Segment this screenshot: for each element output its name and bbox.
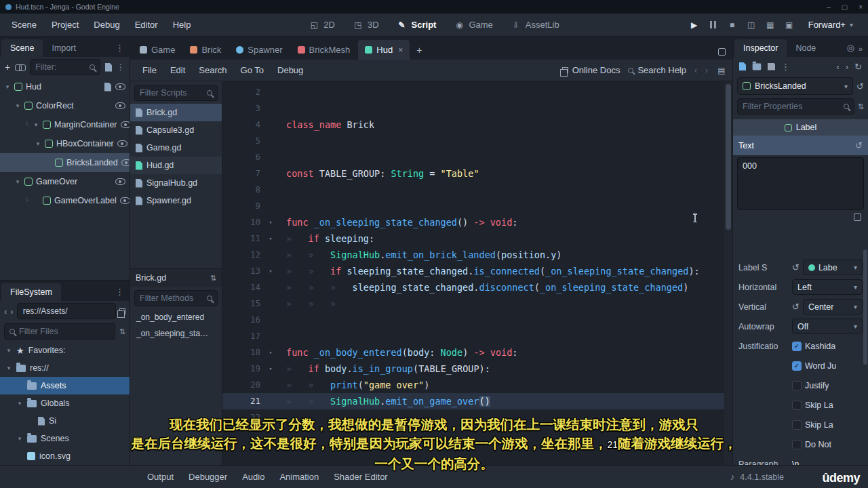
minimize-button[interactable]: –	[827, 3, 831, 11]
tree-arrow-icon[interactable]: ▾	[33, 121, 39, 128]
property-dropdown[interactable]: Center▾	[803, 299, 863, 314]
script-item-hud-gd[interactable]: Hud.gd	[130, 157, 222, 174]
script-item-game-gd[interactable]: Game.gd	[130, 139, 222, 157]
close-icon[interactable]: ×	[398, 45, 403, 55]
workspace-tab-3d[interactable]: ◳3D	[346, 17, 386, 33]
script-menu-edit[interactable]: Edit	[163, 62, 192, 78]
method-item[interactable]: _on_sleeping_sta…	[130, 325, 222, 342]
panel-toggle-icon[interactable]: ▤	[716, 65, 727, 76]
menu-help[interactable]: Help	[165, 17, 199, 33]
pause-button[interactable]	[708, 20, 719, 30]
code-line-6[interactable]: 6	[222, 149, 732, 165]
fold-icon[interactable]: ▾	[264, 263, 277, 279]
tree-arrow-icon[interactable]: ▾	[14, 178, 21, 185]
code-line-3[interactable]: 3	[222, 100, 732, 117]
code-line-8[interactable]: 8	[222, 182, 732, 198]
code-line-12[interactable]: 12» » SignalHub.emit_on_brick_landed(pos…	[222, 247, 732, 263]
attach-script-icon[interactable]	[105, 63, 112, 72]
play-scene-button[interactable]: ▦	[765, 20, 776, 30]
script-menu-go-to[interactable]: Go To	[234, 62, 271, 78]
remote-debug-icon[interactable]: ◫	[746, 20, 757, 30]
filter-methods-input[interactable]: Filter Methods	[134, 290, 218, 306]
visibility-eye-icon[interactable]	[115, 102, 125, 109]
tree-arrow-icon[interactable]: ▾	[35, 140, 41, 147]
node-selector-dropdown[interactable]: BricksLanded ▾	[737, 77, 853, 95]
method-item[interactable]: _on_body_entered	[130, 309, 222, 325]
save-resource-icon[interactable]	[768, 63, 775, 70]
script-item-capsule3-gd[interactable]: Capsule3.gd	[130, 121, 222, 139]
workspace-tab-2d[interactable]: ◱2D	[302, 17, 342, 33]
checkbox[interactable]: ✓	[792, 361, 802, 371]
scene-tree-item-gameoverlabel[interactable]: └GameOverLabel	[0, 191, 130, 210]
code-line-10[interactable]: 10▾func _on_sleeping_state_changed() -> …	[222, 214, 732, 230]
scrollbar-thumb[interactable]	[863, 249, 867, 365]
add-node-button[interactable]: +	[5, 62, 10, 73]
menu-project[interactable]: Project	[44, 17, 86, 33]
back-icon[interactable]: ‹	[836, 62, 839, 72]
scene-tab-spawner[interactable]: Spawner	[229, 40, 289, 60]
new-scene-tab-button[interactable]: +	[411, 41, 427, 60]
extra-options-icon[interactable]: ↺	[856, 81, 864, 92]
audio-icon[interactable]: ♪	[730, 472, 735, 482]
tree-arrow-icon[interactable]: ▾	[16, 400, 23, 407]
movie-maker-button[interactable]: ▣	[784, 20, 795, 30]
forward-icon[interactable]: ›	[10, 306, 13, 317]
property-dropdown[interactable]: Labe▾	[803, 260, 863, 275]
code-line-15[interactable]: 15» » »	[222, 296, 732, 312]
online-docs-link[interactable]: Online Docs	[562, 65, 620, 75]
tab-node[interactable]: Node	[787, 39, 825, 57]
code-line-17[interactable]: 17	[222, 328, 732, 344]
menu-scene[interactable]: Scene	[4, 17, 44, 33]
visibility-eye-icon[interactable]	[121, 159, 130, 166]
scene-tree-menu-icon[interactable]: ⋮	[117, 62, 125, 72]
revert-icon[interactable]: ↺	[792, 302, 800, 312]
filter-scripts-input[interactable]: Filter Scripts	[134, 85, 218, 101]
search-help-link[interactable]: Search Help	[628, 65, 686, 75]
code-line-13[interactable]: 13▾» » if sleeping_state_changed.is_conn…	[222, 263, 732, 279]
revert-icon[interactable]: ↺	[792, 262, 800, 272]
object-history-icon[interactable]: ↻	[854, 62, 862, 72]
scene-tab-hud[interactable]: Hud×	[358, 40, 410, 60]
workspace-tab-game[interactable]: ◉Game	[447, 17, 499, 33]
expand-icon[interactable]	[718, 48, 726, 56]
menu-debug[interactable]: Debug	[86, 17, 127, 33]
resource-menu-icon[interactable]: ⋮	[781, 62, 790, 72]
history-icon[interactable]: ◎	[844, 39, 857, 57]
current-path[interactable]: res://Assets/	[17, 303, 116, 319]
scene-tree-item-hud[interactable]: ▾Hud	[0, 77, 130, 96]
tab-import[interactable]: Import	[43, 39, 84, 57]
close-button[interactable]: ×	[859, 3, 863, 11]
tree-arrow-icon[interactable]: ▾	[5, 347, 12, 354]
maximize-button[interactable]: ▢	[842, 3, 848, 11]
filesystem-item-globals[interactable]: ▾Globals	[0, 394, 130, 412]
scene-tree-item-colorrect[interactable]: ▾ColorRect	[0, 96, 130, 115]
scrollbar-thumb[interactable]	[726, 84, 731, 230]
fold-icon[interactable]: ▾	[264, 214, 277, 230]
script-item-spawner-gd[interactable]: Spawner.gd	[130, 192, 222, 209]
scene-tree-item-brickslanded[interactable]: BricksLanded	[0, 153, 130, 172]
code-line-14[interactable]: 14» » » sleeping_state_changed.disconnec…	[222, 279, 732, 296]
visibility-eye-icon[interactable]	[117, 140, 127, 147]
expand-dock-icon[interactable]: »	[857, 41, 868, 57]
history-back-icon[interactable]: ‹	[694, 66, 697, 75]
forward-icon[interactable]: ›	[846, 62, 848, 72]
script-menu-debug[interactable]: Debug	[271, 62, 310, 78]
property-dropdown[interactable]: Left▾	[792, 279, 863, 295]
back-icon[interactable]: ‹	[4, 306, 7, 317]
dock-menu-icon[interactable]: ⋮	[110, 283, 130, 301]
code-scrollbar[interactable]	[724, 81, 732, 465]
fold-icon[interactable]: ▾	[264, 361, 277, 377]
property-row-text[interactable]: Text ↺	[733, 136, 868, 155]
stop-button[interactable]: ■	[727, 20, 738, 30]
code-line-21[interactable]: 21» » SignalHub.emit_on_game_over()	[222, 393, 732, 409]
checkbox[interactable]	[792, 381, 802, 390]
scene-tree-item-hboxcontainer[interactable]: ▾HBoxContainer	[0, 134, 130, 153]
code-line-18[interactable]: 18▾func _on_body_entered(body: Node) -> …	[222, 344, 732, 361]
dock-menu-icon[interactable]: ⋮	[110, 39, 130, 57]
code-line-5[interactable]: 5	[222, 133, 732, 149]
visibility-eye-icon[interactable]	[115, 83, 125, 90]
code-line-9[interactable]: 9	[222, 198, 732, 214]
workspace-tab-assetlib[interactable]: ⇩AssetLib	[504, 17, 566, 33]
tree-arrow-icon[interactable]: ▾	[14, 102, 21, 109]
category-label[interactable]: Label	[733, 119, 868, 136]
